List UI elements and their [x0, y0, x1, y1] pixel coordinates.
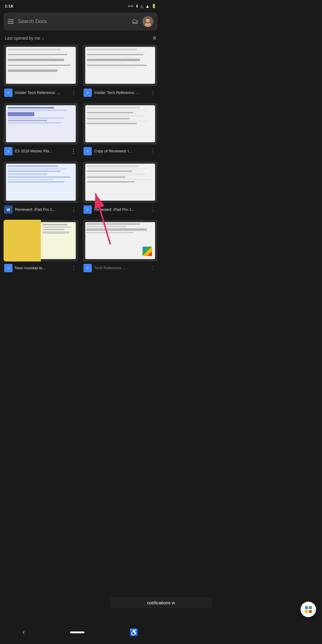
doc-type-icon: ≡	[83, 264, 92, 272]
doc-title: Insider Tech Reference: ...	[94, 90, 147, 95]
doc-thumbnail	[4, 220, 78, 261]
doc-title: Insider Tech Reference: ...	[15, 90, 67, 95]
voicemail-icon: ∞∞	[128, 4, 134, 8]
doc-thumbnail	[4, 103, 78, 145]
more-options-button[interactable]: ⋮	[70, 264, 78, 272]
more-options-button[interactable]: ⋮	[149, 206, 157, 213]
doc-card[interactable]: ≡ Insider Tech Reference: ... ⋮	[4, 44, 78, 98]
doc-thumbnail	[83, 103, 157, 145]
doc-info: ≡ Insider Tech Reference: ... ⋮	[83, 86, 157, 98]
doc-title: Copy of Reviewed: i...	[94, 149, 147, 154]
doc-card[interactable]: ≡ Insider Tech Reference: ... ⋮	[83, 44, 157, 98]
doc-title: Reviewed: iPad Pro 1...	[15, 207, 67, 212]
doc-info: ≡ Insider Tech Reference: ... ⋮	[4, 86, 78, 98]
menu-button[interactable]	[8, 19, 14, 24]
doc-type-icon: ≡	[83, 147, 92, 155]
doc-card[interactable]: ≡ Reviewed: iPad Pro 1... ⋮	[83, 161, 157, 215]
doc-info: ≡ Copy of Reviewed: i... ⋮	[83, 145, 157, 157]
doc-type-icon: ≡	[83, 205, 92, 214]
doc-info: ≡ New roundup te... ⋮	[4, 261, 78, 273]
status-bar: 1:18 ∞∞ ⬇ △ ▲ 🔋	[0, 0, 161, 11]
doc-thumbnail	[4, 161, 78, 203]
search-bar[interactable]: Search Docs 🗂	[4, 13, 157, 30]
doc-type-icon: ≡	[83, 89, 92, 97]
svg-point-3	[146, 19, 149, 22]
download-icon: ⬇	[135, 4, 139, 8]
doc-card[interactable]: W Reviewed: iPad Pro 1... ⋮	[4, 161, 78, 215]
search-input[interactable]: Search Docs	[18, 18, 128, 24]
more-options-button[interactable]: ⋮	[70, 206, 78, 213]
sort-text: Last opened by me	[5, 36, 40, 41]
doc-thumbnail	[4, 44, 78, 86]
wifi-icon: ▲	[145, 4, 150, 9]
doc-info: ≡ E3 2018 Master Pla... ⋮	[4, 145, 78, 157]
docs-grid: ≡ Insider Tech Reference: ... ⋮	[0, 44, 161, 273]
doc-info: ≡ Tech Reference ... ⋮	[83, 261, 157, 273]
doc-card[interactable]: ≡ E3 2018 Master Pla... ⋮	[4, 103, 78, 157]
doc-title: Reviewed: iPad Pro 1...	[94, 207, 147, 212]
sort-label[interactable]: Last opened by me ↓	[5, 36, 44, 41]
doc-type-icon: ≡	[4, 264, 13, 272]
sort-bar: Last opened by me ↓ ≡	[0, 33, 161, 44]
alert-icon: △	[140, 4, 143, 8]
doc-card[interactable]: ≡ Copy of Reviewed: i... ⋮	[83, 103, 157, 157]
doc-title: New roundup te...	[15, 266, 67, 271]
doc-thumbnail	[83, 161, 157, 203]
doc-card[interactable]: ≡ Tech Reference ... ⋮	[83, 220, 157, 273]
doc-type-icon: ≡	[4, 89, 13, 97]
more-options-button[interactable]: ⋮	[149, 89, 157, 97]
more-options-button[interactable]: ⋮	[149, 147, 157, 155]
doc-thumbnail	[83, 220, 157, 261]
battery-icon: 🔋	[151, 4, 156, 8]
doc-title: Tech Reference ...	[94, 266, 147, 271]
more-options-button[interactable]: ⋮	[70, 89, 78, 97]
doc-thumbnail	[83, 44, 157, 86]
more-options-button[interactable]: ⋮	[149, 264, 157, 272]
doc-info: ≡ Reviewed: iPad Pro 1... ⋮	[83, 203, 157, 215]
doc-type-icon: ≡	[4, 147, 13, 155]
more-options-button[interactable]: ⋮	[69, 147, 78, 155]
folder-icon[interactable]: 🗂	[132, 18, 138, 25]
doc-type-icon: W	[4, 205, 13, 214]
status-icons: ∞∞ ⬇ △ ▲ 🔋	[128, 4, 156, 9]
doc-title: E3 2018 Master Pla...	[15, 149, 67, 154]
sort-arrow: ↓	[42, 36, 44, 41]
avatar[interactable]	[143, 16, 153, 27]
status-time: 1:18	[5, 4, 13, 8]
doc-card[interactable]: ≡ New roundup te... ⋮	[4, 220, 78, 273]
list-view-icon[interactable]: ≡	[153, 35, 156, 41]
doc-info: W Reviewed: iPad Pro 1... ⋮	[4, 203, 78, 215]
